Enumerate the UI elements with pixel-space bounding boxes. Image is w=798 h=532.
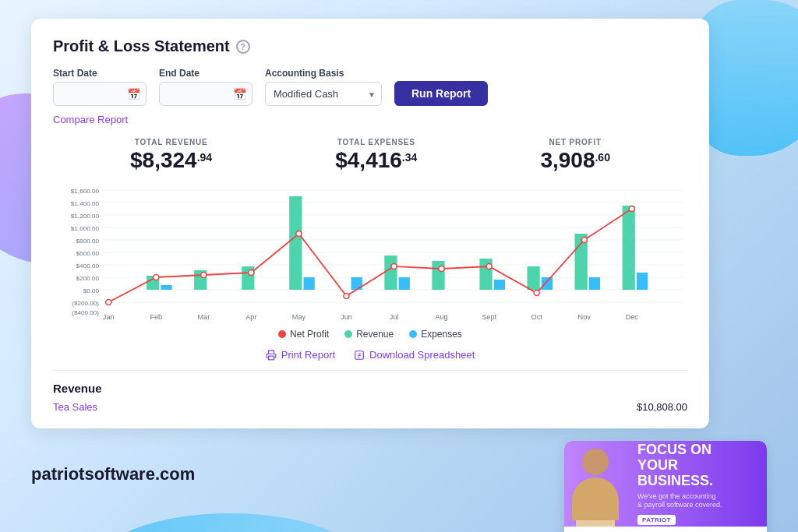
form-row: Start Date 📅 End Date 📅 Accounting Basis…: [53, 68, 687, 106]
net-profit-cents: .60: [595, 151, 609, 164]
expense-bar-nov: [589, 277, 600, 290]
card-header: Profit & Loss Statement ?: [53, 37, 687, 55]
net-profit-dollars: 3,908: [540, 148, 595, 173]
svg-text:Oct: Oct: [531, 313, 543, 321]
legend-dot-net-profit: [278, 330, 286, 338]
run-report-button[interactable]: Run Report: [394, 81, 488, 106]
total-expenses-cents: .34: [402, 151, 417, 164]
main-container: Profit & Loss Statement ? Start Date 📅 E…: [0, 0, 798, 532]
revenue-bar-aug: [432, 261, 444, 290]
expense-bar-may: [304, 277, 315, 290]
print-icon: [266, 350, 277, 361]
ad-person-head: [582, 449, 609, 475]
svg-text:Mar: Mar: [197, 313, 210, 321]
print-report-label: Print Report: [281, 349, 335, 361]
tea-sales-amount: $10,808.00: [637, 401, 687, 413]
legend-label-expenses: Expenses: [421, 329, 462, 340]
ad-subtext: We've got the accounting& payroll softwa…: [637, 492, 756, 510]
info-icon[interactable]: ?: [236, 40, 250, 54]
ad-content: Patriot Software Affordable accounting a…: [564, 527, 767, 532]
total-revenue-dollars: $8,324: [130, 148, 197, 173]
profit-dot-apr: [249, 270, 254, 276]
profit-dot-dec: [629, 206, 634, 212]
svg-text:($400.00): ($400.00): [72, 309, 99, 316]
chart-svg: $1,600.00 $1,400.00 $1,200.00 $1,000.00 …: [53, 182, 687, 322]
stats-row: TOTAL REVENUE $8,324 .94 TOTAL EXPENSES …: [53, 138, 687, 173]
total-expenses-value: $4,416 .34: [335, 148, 417, 173]
total-expenses-stat: TOTAL EXPENSES $4,416 .34: [335, 138, 417, 173]
profit-dot-oct: [534, 291, 539, 296]
expense-bar-feb: [161, 285, 171, 290]
ad-text-area: FOCUS ONYOUR BUSINESS. We've got the acc…: [637, 442, 756, 525]
profit-dot-feb: [154, 275, 159, 280]
end-date-label: End Date: [159, 68, 252, 79]
svg-text:Jan: Jan: [103, 313, 115, 321]
net-profit-label: NET PROFIT: [540, 138, 610, 146]
accounting-basis-group: Accounting Basis Modified Cash Accrual C…: [265, 68, 382, 106]
print-report-link[interactable]: Print Report: [266, 349, 335, 361]
ad-person-shoulders: [576, 520, 615, 527]
svg-text:$800.00: $800.00: [76, 238, 100, 245]
ad-person-area: [564, 441, 627, 527]
end-date-calendar-icon[interactable]: 📅: [233, 88, 246, 100]
compare-report-link[interactable]: Compare Report: [53, 114, 128, 125]
svg-rect-33: [268, 356, 274, 360]
revenue-section: Revenue Tea Sales $10,808.00: [53, 370, 687, 413]
total-revenue-cents: .94: [197, 151, 212, 164]
svg-text:Apr: Apr: [245, 313, 256, 321]
net-profit-line: [108, 209, 632, 302]
net-profit-stat: NET PROFIT 3,908 .60: [540, 138, 610, 173]
ad-image-area: FOCUS ONYOUR BUSINESS. We've got the acc…: [564, 441, 767, 527]
profit-dot-jan: [106, 300, 111, 305]
svg-text:($200.00): ($200.00): [72, 300, 99, 307]
revenue-bar-sept: [479, 259, 492, 290]
total-revenue-label: TOTAL REVENUE: [130, 138, 212, 146]
expense-bar-dec: [637, 273, 648, 290]
svg-text:$1,200.00: $1,200.00: [71, 213, 100, 220]
svg-text:Feb: Feb: [150, 313, 162, 321]
profit-dot-nov: [581, 238, 587, 243]
expense-bar-oct: [542, 277, 553, 290]
bottom-section: patriotsoftware.com FOCUS ONYOUR BUSINES…: [31, 441, 767, 532]
svg-text:Nov: Nov: [578, 313, 591, 321]
start-date-label: Start Date: [53, 68, 147, 79]
svg-text:Jun: Jun: [341, 313, 352, 321]
svg-text:$200.00: $200.00: [76, 275, 100, 282]
download-icon: [354, 350, 365, 361]
expense-bar-sept: [494, 280, 505, 290]
profit-dot-sept: [486, 264, 492, 270]
revenue-section-title: Revenue: [53, 382, 687, 395]
tea-sales-link[interactable]: Tea Sales: [53, 401, 97, 413]
download-label: Download Spreadsheet: [369, 349, 475, 361]
revenue-bar-may: [289, 196, 302, 290]
total-revenue-value: $8,324 .94: [130, 148, 212, 173]
legend-expenses: Expenses: [409, 329, 462, 340]
svg-text:May: May: [292, 313, 306, 321]
svg-text:$600.00: $600.00: [76, 250, 100, 257]
start-date-calendar-icon[interactable]: 📅: [127, 88, 140, 100]
accounting-basis-label: Accounting Basis: [265, 68, 382, 79]
ad-headline: FOCUS ONYOUR BUSINESS.: [637, 442, 756, 488]
ad-person-body: [572, 477, 619, 520]
total-expenses-dollars: $4,416: [335, 148, 402, 173]
start-date-group: Start Date 📅: [53, 68, 147, 106]
svg-text:Jul: Jul: [390, 313, 399, 321]
legend-revenue: Revenue: [344, 329, 394, 340]
total-expenses-label: TOTAL EXPENSES: [335, 138, 417, 146]
profit-dot-may: [296, 231, 302, 237]
download-spreadsheet-link[interactable]: Download Spreadsheet: [354, 349, 475, 361]
legend-label-net-profit: Net Profit: [290, 329, 329, 340]
svg-text:Aug: Aug: [435, 313, 447, 321]
profit-dot-jun: [344, 294, 349, 299]
brand-url: patriotsoftware.com: [31, 441, 195, 484]
legend-dot-expenses: [409, 330, 417, 338]
accounting-basis-select[interactable]: Modified Cash Accrual Cash: [265, 82, 382, 106]
profit-dot-aug: [439, 266, 444, 272]
svg-text:$1,400.00: $1,400.00: [71, 200, 100, 207]
ad-card: FOCUS ONYOUR BUSINESS. We've got the acc…: [564, 441, 767, 532]
revenue-bar-dec: [623, 206, 635, 290]
legend-net-profit: Net Profit: [278, 329, 329, 340]
start-date-wrapper: 📅: [53, 82, 147, 106]
patriot-badge: PATRIOT: [637, 515, 676, 525]
chart-legend: Net Profit Revenue Expenses: [53, 329, 687, 340]
